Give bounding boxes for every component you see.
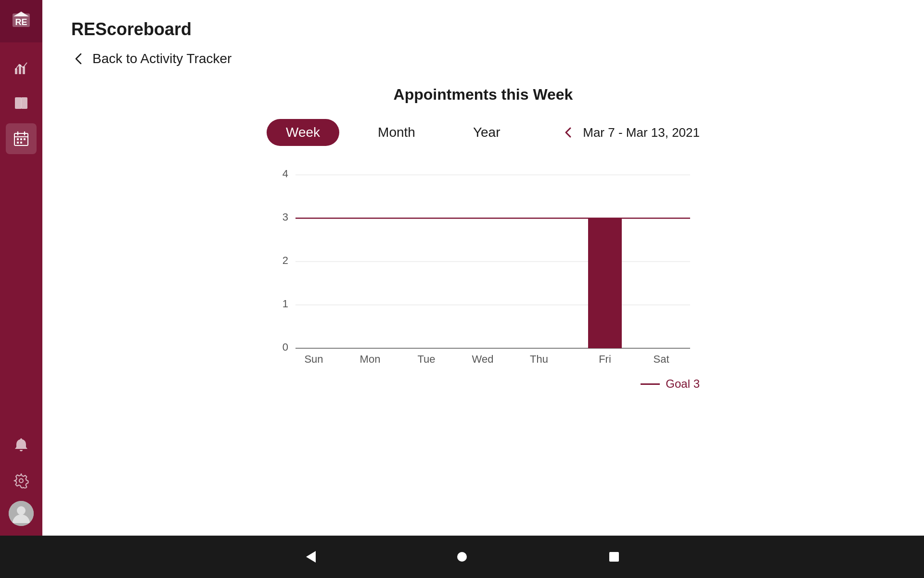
svg-text:Thu: Thu bbox=[530, 353, 548, 365]
chart-section: Appointments this Week Week Month Year M… bbox=[71, 86, 895, 391]
page-title: REScoreboard bbox=[71, 19, 895, 39]
goal-legend: Goal 3 bbox=[267, 377, 700, 391]
svg-marker-38 bbox=[306, 551, 316, 563]
chart-container: 4 3 2 1 0 bbox=[267, 165, 700, 391]
sidebar-bottom bbox=[6, 430, 37, 536]
date-range-label: Mar 7 - Mar 13, 2021 bbox=[583, 125, 700, 140]
svg-text:Wed: Wed bbox=[472, 353, 494, 365]
tab-week[interactable]: Week bbox=[267, 119, 339, 146]
sidebar-item-notifications[interactable] bbox=[6, 430, 37, 460]
date-nav: Mar 7 - Mar 13, 2021 bbox=[562, 125, 700, 140]
user-avatar[interactable] bbox=[9, 501, 34, 526]
svg-rect-4 bbox=[15, 68, 17, 74]
svg-point-19 bbox=[17, 506, 26, 515]
svg-rect-15 bbox=[17, 142, 19, 144]
chart-svg: 4 3 2 1 0 bbox=[267, 165, 700, 368]
svg-rect-12 bbox=[17, 138, 19, 140]
sidebar-item-settings[interactable] bbox=[6, 465, 37, 496]
chart-title: Appointments this Week bbox=[394, 86, 573, 104]
svg-text:Tue: Tue bbox=[417, 353, 435, 365]
svg-rect-14 bbox=[24, 138, 26, 140]
tab-year[interactable]: Year bbox=[454, 119, 520, 146]
sidebar-item-activity[interactable] bbox=[6, 52, 37, 83]
svg-rect-13 bbox=[20, 138, 22, 140]
nav-stop-button[interactable] bbox=[605, 548, 623, 565]
svg-text:3: 3 bbox=[282, 211, 288, 223]
svg-text:Mon: Mon bbox=[360, 353, 381, 365]
back-link-label: Back to Activity Tracker bbox=[92, 51, 231, 66]
svg-text:RE: RE bbox=[15, 17, 27, 27]
svg-text:Sun: Sun bbox=[304, 353, 323, 365]
sidebar-nav bbox=[6, 42, 37, 430]
svg-text:1: 1 bbox=[282, 298, 288, 310]
goal-line-indicator bbox=[641, 383, 660, 385]
svg-text:2: 2 bbox=[282, 254, 288, 266]
svg-point-39 bbox=[457, 552, 467, 562]
svg-rect-3 bbox=[18, 13, 24, 16]
main-content: REScoreboard Back to Activity Tracker Ap… bbox=[42, 0, 924, 536]
nav-home-button[interactable] bbox=[453, 548, 471, 565]
svg-point-17 bbox=[19, 479, 23, 483]
app-logo: RE bbox=[0, 0, 42, 42]
svg-text:Sat: Sat bbox=[653, 353, 669, 365]
prev-period-button[interactable] bbox=[562, 126, 575, 139]
svg-rect-40 bbox=[609, 552, 619, 562]
tab-month[interactable]: Month bbox=[359, 119, 435, 146]
goal-label: Goal 3 bbox=[666, 377, 700, 391]
sidebar: RE bbox=[0, 0, 42, 536]
sidebar-item-book[interactable] bbox=[6, 88, 37, 118]
svg-text:4: 4 bbox=[282, 168, 288, 180]
bar-fri bbox=[588, 218, 622, 348]
tab-bar: Week Month Year Mar 7 - Mar 13, 2021 bbox=[267, 119, 700, 146]
back-link[interactable]: Back to Activity Tracker bbox=[71, 51, 895, 66]
svg-text:0: 0 bbox=[282, 341, 288, 353]
nav-back-button[interactable] bbox=[301, 548, 319, 565]
svg-text:Fri: Fri bbox=[599, 353, 611, 365]
svg-rect-16 bbox=[20, 142, 22, 144]
sidebar-item-calendar[interactable] bbox=[6, 123, 37, 154]
bottom-nav bbox=[0, 536, 924, 578]
